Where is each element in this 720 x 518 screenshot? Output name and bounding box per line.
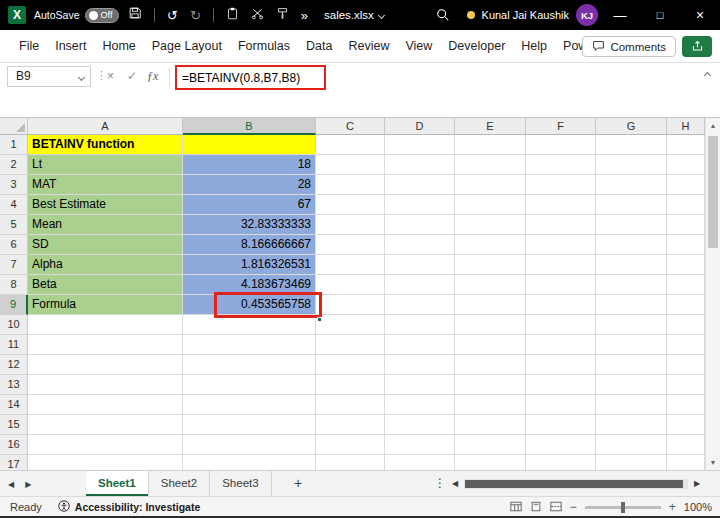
ribbon-tab-page-layout[interactable]: Page Layout	[149, 39, 225, 53]
cell-C10[interactable]	[316, 315, 385, 335]
cell-D3[interactable]	[385, 175, 455, 195]
cell-E14[interactable]	[455, 395, 526, 415]
zoom-slider[interactable]	[585, 506, 661, 509]
ribbon-tab-developer[interactable]: Developer	[445, 39, 508, 53]
vertical-scrollbar[interactable]: ▲ ▼	[705, 118, 720, 470]
row-header-2[interactable]: 2	[0, 155, 28, 175]
row-header-17[interactable]: 17	[0, 455, 28, 470]
cell-D10[interactable]	[385, 315, 455, 335]
page-layout-view-icon[interactable]	[530, 498, 542, 516]
cell-E11[interactable]	[455, 335, 526, 355]
cell-G3[interactable]	[596, 175, 667, 195]
resize-handle-icon[interactable]: ⋮	[96, 69, 107, 82]
cell-E4[interactable]	[455, 195, 526, 215]
cell-A11[interactable]	[28, 335, 183, 355]
ribbon-tab-view[interactable]: View	[402, 39, 435, 53]
save-icon[interactable]	[128, 6, 142, 24]
cell-G15[interactable]	[596, 415, 667, 435]
sheet-tab-sheet2[interactable]: Sheet2	[149, 471, 210, 496]
cancel-entry-icon[interactable]: ×	[107, 66, 114, 87]
cell-C2[interactable]	[316, 155, 385, 175]
row-header-6[interactable]: 6	[0, 235, 28, 255]
row-header-1[interactable]: 1	[0, 135, 28, 155]
cell-G5[interactable]	[596, 215, 667, 235]
cell-F7[interactable]	[526, 255, 596, 275]
minimize-button[interactable]: —	[600, 0, 640, 30]
sheet-tab-sheet1[interactable]: Sheet1	[86, 471, 149, 496]
cell-D2[interactable]	[385, 155, 455, 175]
close-button[interactable]: ×	[680, 0, 720, 30]
cell-C9[interactable]	[316, 295, 385, 315]
cell-H14[interactable]	[667, 395, 705, 415]
row-header-3[interactable]: 3	[0, 175, 28, 195]
cell-G11[interactable]	[596, 335, 667, 355]
fill-handle[interactable]	[317, 317, 322, 322]
autosave-toggle[interactable]: Off	[85, 8, 119, 23]
cell-G14[interactable]	[596, 395, 667, 415]
ribbon-tab-help[interactable]: Help	[518, 39, 550, 53]
cell-D8[interactable]	[385, 275, 455, 295]
cell-G7[interactable]	[596, 255, 667, 275]
select-all-button[interactable]	[0, 118, 28, 135]
cell-A6[interactable]: SD	[28, 235, 183, 255]
cell-H6[interactable]	[667, 235, 705, 255]
ribbon-tab-data[interactable]: Data	[303, 39, 335, 53]
cell-A9[interactable]: Formula	[28, 295, 183, 315]
share-button[interactable]	[682, 36, 712, 57]
maximize-button[interactable]: □	[640, 0, 680, 30]
hscroll-right-icon[interactable]: ▶	[694, 471, 700, 497]
comments-button[interactable]: Comments	[582, 36, 676, 57]
new-sheet-button[interactable]: +	[290, 471, 306, 497]
cell-G4[interactable]	[596, 195, 667, 215]
column-header-B[interactable]: B	[183, 118, 316, 135]
zoom-slider-thumb[interactable]	[621, 502, 625, 513]
format-painter-icon[interactable]	[276, 6, 289, 24]
cell-D13[interactable]	[385, 375, 455, 395]
cell-C7[interactable]	[316, 255, 385, 275]
cell-F9[interactable]	[526, 295, 596, 315]
row-header-13[interactable]: 13	[0, 375, 28, 395]
cell-C16[interactable]	[316, 435, 385, 455]
cell-B5[interactable]: 32.83333333	[183, 215, 316, 235]
cell-E13[interactable]	[455, 375, 526, 395]
cell-E6[interactable]	[455, 235, 526, 255]
cell-C4[interactable]	[316, 195, 385, 215]
cell-F4[interactable]	[526, 195, 596, 215]
cell-F15[interactable]	[526, 415, 596, 435]
cell-D7[interactable]	[385, 255, 455, 275]
zoom-level[interactable]: 100%	[684, 501, 712, 513]
zoom-in-icon[interactable]: +	[669, 500, 676, 514]
cell-D5[interactable]	[385, 215, 455, 235]
cell-D16[interactable]	[385, 435, 455, 455]
cell-D14[interactable]	[385, 395, 455, 415]
scroll-up-icon[interactable]: ▲	[706, 122, 720, 129]
cell-B3[interactable]: 28	[183, 175, 316, 195]
search-icon[interactable]	[436, 0, 450, 30]
cell-E15[interactable]	[455, 415, 526, 435]
cell-C11[interactable]	[316, 335, 385, 355]
scroll-down-icon[interactable]: ▼	[706, 459, 720, 466]
cell-A14[interactable]	[28, 395, 183, 415]
cell-A16[interactable]	[28, 435, 183, 455]
cell-D11[interactable]	[385, 335, 455, 355]
cell-F14[interactable]	[526, 395, 596, 415]
cell-C13[interactable]	[316, 375, 385, 395]
name-box[interactable]: B9	[7, 66, 91, 87]
cell-F3[interactable]	[526, 175, 596, 195]
cell-G13[interactable]	[596, 375, 667, 395]
page-break-view-icon[interactable]	[550, 498, 562, 516]
row-header-8[interactable]: 8	[0, 275, 28, 295]
cell-C14[interactable]	[316, 395, 385, 415]
cell-G6[interactable]	[596, 235, 667, 255]
prev-sheet-icon[interactable]: ◀	[8, 480, 14, 489]
cell-E12[interactable]	[455, 355, 526, 375]
cell-B10[interactable]	[183, 315, 316, 335]
row-header-15[interactable]: 15	[0, 415, 28, 435]
accessibility-checker[interactable]: Accessibility: Investigate	[58, 500, 200, 514]
cell-F17[interactable]	[526, 455, 596, 470]
cell-B13[interactable]	[183, 375, 316, 395]
cell-A12[interactable]	[28, 355, 183, 375]
cell-F8[interactable]	[526, 275, 596, 295]
cell-E17[interactable]	[455, 455, 526, 470]
cell-A15[interactable]	[28, 415, 183, 435]
